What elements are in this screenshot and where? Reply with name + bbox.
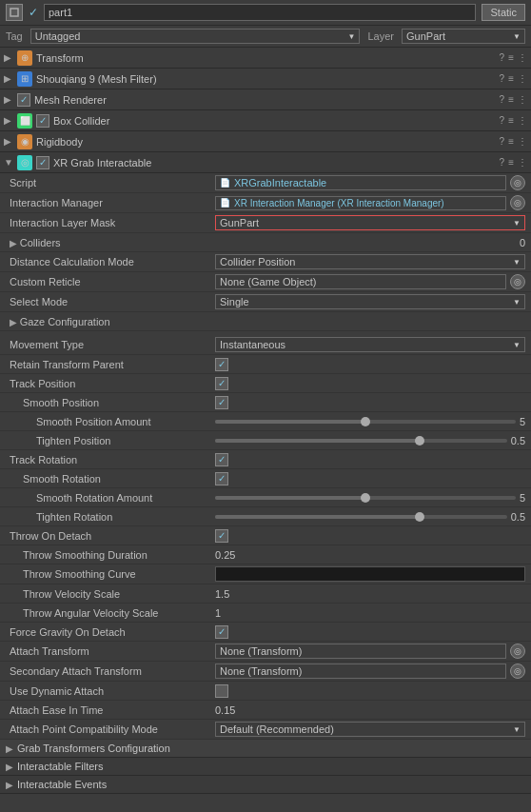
interaction-manager-ref: 📄 XR Interaction Manager (XR Interaction… [215, 196, 506, 210]
box-collider-arrow[interactable]: ▶ [4, 115, 13, 126]
tighten-rotation-thumb[interactable] [415, 512, 424, 522]
distance-calc-arrow: ▼ [513, 258, 521, 267]
track-position-checkbox[interactable] [215, 377, 228, 390]
mesh-filter-arrow[interactable]: ▶ [4, 73, 13, 84]
throw-smooth-curve-graph[interactable] [215, 566, 525, 582]
colliders-row: ▶ Colliders 0 [0, 233, 531, 252]
select-mode-dropdown[interactable]: Single ▼ [215, 294, 525, 309]
smooth-rotation-amount-fill [215, 496, 365, 500]
mesh-renderer-help[interactable]: ? [500, 94, 505, 105]
distance-calc-dropdown[interactable]: Collider Position ▼ [215, 254, 525, 269]
force-gravity-checkbox[interactable] [215, 625, 228, 639]
gaze-config-text: Gaze Configuration [20, 316, 110, 327]
rigidbody-arrow[interactable]: ▶ [4, 136, 13, 147]
smooth-position-amount-track[interactable] [215, 420, 516, 424]
colliders-arrow[interactable]: ▶ [10, 238, 20, 248]
mesh-renderer-label: Mesh Renderer [34, 94, 496, 106]
transform-menu[interactable]: ⋮ [518, 52, 527, 63]
throw-velocity-scale-row: Throw Velocity Scale 1.5 [0, 584, 531, 604]
rigidbody-settings[interactable]: ≡ [508, 136, 514, 147]
attach-transform-row: Attach Transform None (Transform) ◎ [0, 642, 531, 662]
xr-grab-settings[interactable]: ≡ [508, 157, 514, 168]
gaze-config-arrow[interactable]: ▶ [10, 317, 20, 327]
interactable-filters-arrow: ▶ [6, 762, 13, 772]
track-position-value [215, 377, 525, 390]
interaction-manager-value: 📄 XR Interaction Manager (XR Interaction… [215, 195, 525, 210]
interactable-events-section[interactable]: ▶ Interactable Events [0, 776, 531, 794]
attach-ease-in-time-text: 0.15 [215, 704, 235, 716]
mesh-renderer-checkbox[interactable] [17, 93, 30, 107]
attach-transform-circle-btn[interactable]: ◎ [510, 644, 525, 659]
attach-point-compat-dropdown[interactable]: Default (Recommended) ▼ [215, 722, 525, 737]
custom-reticle-circle-btn[interactable]: ◎ [510, 274, 525, 289]
xr-grab-label: XR Grab Interactable [53, 157, 496, 168]
custom-reticle-dropdown[interactable]: None (Game Object) [215, 274, 506, 289]
smooth-position-amount-fill [215, 420, 365, 424]
smooth-rotation-row: Smooth Rotation [0, 469, 531, 488]
interaction-manager-label: Interaction Manager [6, 197, 215, 208]
retain-transform-parent-value [215, 358, 525, 371]
mesh-filter-row: ▶ ⊞ Shouqiang 9 (Mesh Filter) ? ≡ ⋮ [0, 69, 531, 89]
mesh-filter-settings[interactable]: ≡ [508, 73, 514, 84]
box-collider-settings[interactable]: ≡ [508, 115, 514, 126]
tighten-position-thumb[interactable] [415, 436, 424, 446]
rigidbody-help[interactable]: ? [500, 136, 505, 147]
throw-on-detach-label: Throw On Detach [6, 530, 215, 542]
mesh-filter-menu[interactable]: ⋮ [518, 73, 527, 84]
retain-transform-parent-label: Retain Transform Parent [6, 359, 215, 370]
box-collider-help[interactable]: ? [500, 115, 505, 126]
smooth-rotation-amount-track[interactable] [215, 496, 516, 500]
smooth-position-label: Smooth Position [6, 397, 215, 408]
use-dynamic-attach-value [215, 684, 525, 698]
xr-grab-menu[interactable]: ⋮ [518, 157, 527, 168]
interaction-manager-circle-btn[interactable]: ◎ [510, 195, 525, 210]
smooth-position-amount-thumb[interactable] [361, 417, 370, 426]
grab-transformers-section[interactable]: ▶ Grab Transformers Configuration [0, 740, 531, 758]
mesh-renderer-arrow[interactable]: ▶ [4, 94, 13, 105]
rigidbody-menu[interactable]: ⋮ [518, 136, 527, 147]
throw-on-detach-checkbox[interactable] [215, 529, 228, 543]
interaction-layer-mask-value: GunPart ▼ [215, 215, 525, 230]
tighten-position-track[interactable] [215, 439, 507, 443]
retain-transform-parent-checkbox[interactable] [215, 358, 228, 371]
xr-grab-help[interactable]: ? [500, 157, 505, 168]
attach-transform-dropdown[interactable]: None (Transform) [215, 644, 506, 659]
smooth-position-checkbox[interactable] [215, 396, 228, 409]
interactable-filters-section[interactable]: ▶ Interactable Filters [0, 758, 531, 776]
box-collider-menu[interactable]: ⋮ [518, 115, 527, 126]
colliders-label: ▶ Colliders [6, 237, 215, 248]
smooth-rotation-checkbox[interactable] [215, 472, 228, 485]
smooth-position-row: Smooth Position [0, 393, 531, 412]
mesh-renderer-settings[interactable]: ≡ [508, 94, 514, 105]
movement-type-dropdown[interactable]: Instantaneous ▼ [215, 337, 525, 352]
script-circle-btn[interactable]: ◎ [510, 175, 525, 190]
transform-arrow[interactable]: ▶ [4, 52, 13, 63]
track-rotation-label: Track Rotation [6, 454, 215, 465]
tighten-rotation-track[interactable] [215, 515, 507, 519]
object-name-input[interactable] [44, 4, 476, 21]
mesh-renderer-menu[interactable]: ⋮ [518, 94, 527, 105]
box-collider-checkbox[interactable] [36, 114, 49, 128]
attach-point-compat-value: Default (Recommended) ▼ [215, 722, 525, 737]
active-checkbox[interactable]: ✓ [29, 6, 38, 19]
secondary-attach-circle-btn[interactable]: ◎ [510, 663, 525, 679]
transform-help[interactable]: ? [500, 52, 505, 63]
track-rotation-checkbox[interactable] [215, 453, 228, 466]
xr-grab-arrow[interactable]: ▼ [4, 157, 13, 168]
object-icon [6, 4, 23, 21]
transform-component-row: ▶ ⊕ Transform ? ≡ ⋮ [0, 48, 531, 69]
mesh-filter-help[interactable]: ? [500, 73, 505, 84]
xr-grab-icon: ◎ [17, 155, 32, 170]
interaction-layer-mask-dropdown[interactable]: GunPart ▼ [215, 215, 525, 230]
tag-dropdown[interactable]: Untagged ▼ [30, 29, 361, 44]
mesh-renderer-row: ▶ Mesh Renderer ? ≡ ⋮ [0, 89, 531, 110]
secondary-attach-dropdown[interactable]: None (Transform) [215, 663, 506, 679]
layer-dropdown[interactable]: GunPart ▼ [402, 29, 525, 44]
xr-grab-checkbox[interactable] [36, 156, 49, 169]
box-collider-label: Box Collider [53, 115, 496, 127]
static-button[interactable]: Static [482, 4, 525, 21]
gaze-config-label: ▶ Gaze Configuration [6, 316, 215, 327]
transform-settings[interactable]: ≡ [508, 52, 514, 63]
smooth-rotation-amount-thumb[interactable] [361, 493, 370, 503]
use-dynamic-attach-checkbox[interactable] [215, 684, 228, 698]
